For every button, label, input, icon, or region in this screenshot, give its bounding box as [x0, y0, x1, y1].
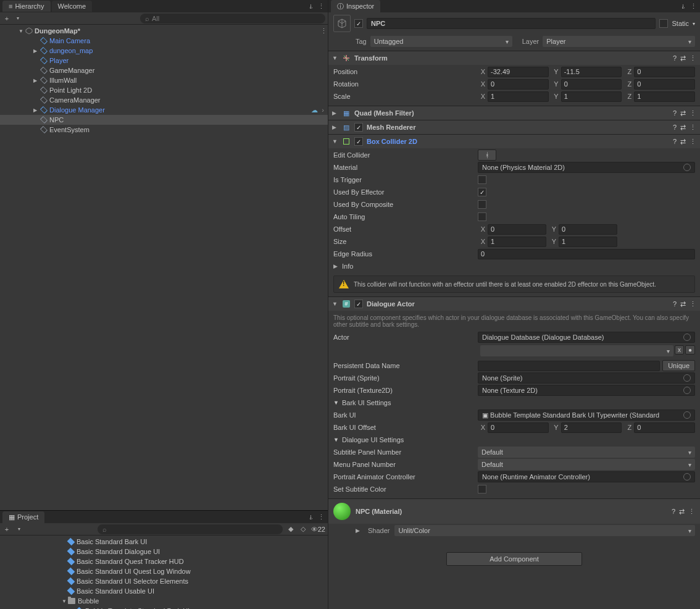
- project-item[interactable]: Basic Standard Usable UI: [0, 586, 328, 596]
- barkoffset-y-field[interactable]: [561, 422, 622, 433]
- pane-lock-icon[interactable]: ⫰: [307, 2, 315, 10]
- preset-icon[interactable]: ⇄: [680, 54, 686, 62]
- setsubcolor-checkbox[interactable]: [478, 485, 486, 494]
- barkui-field[interactable]: ▣ Bubble Template Standard Bark UI Typew…: [478, 410, 695, 421]
- project-item[interactable]: Basic Standard Dialogue UI: [0, 547, 328, 556]
- actor-sub-dropdown[interactable]: [480, 345, 673, 356]
- static-dropdown-icon[interactable]: ▾: [693, 21, 695, 27]
- pane-menu-icon[interactable]: ⋮: [317, 513, 325, 521]
- scale-x-field[interactable]: [488, 91, 549, 102]
- dlguisettings-label[interactable]: Dialogue UI Settings: [342, 436, 404, 443]
- static-checkbox[interactable]: [659, 19, 668, 28]
- welcome-tab[interactable]: Welcome: [52, 1, 93, 12]
- rotation-x-field[interactable]: [488, 79, 549, 90]
- menu-icon[interactable]: ⋮: [688, 508, 695, 516]
- edit-collider-button[interactable]: ᚼ: [478, 149, 496, 161]
- add-button[interactable]: +: [2, 14, 11, 23]
- hierarchy-item[interactable]: Player: [0, 56, 328, 65]
- fold-icon[interactable]: ▼: [333, 437, 340, 443]
- subtitlepanel-dropdown[interactable]: Default: [478, 447, 695, 458]
- hierarchy-search[interactable]: ⌕: [140, 14, 325, 23]
- size-x-field[interactable]: [488, 237, 546, 247]
- preset-icon[interactable]: ⇄: [680, 124, 686, 132]
- fold-icon[interactable]: ▼: [332, 138, 338, 145]
- project-item[interactable]: Basic Standard UI Quest Log Window: [0, 566, 328, 576]
- rotation-y-field[interactable]: [561, 79, 622, 90]
- project-item[interactable]: Bubble Template Standard Bark UI: [0, 606, 328, 609]
- menu-icon[interactable]: ⋮: [690, 54, 696, 62]
- istrigger-checkbox[interactable]: [478, 175, 486, 184]
- preset-icon[interactable]: ⇄: [680, 300, 686, 308]
- scale-z-field[interactable]: [634, 91, 695, 102]
- fold-icon[interactable]: ▼: [332, 301, 338, 307]
- size-y-field[interactable]: [559, 237, 617, 247]
- portraittex-field[interactable]: None (Texture 2D): [478, 385, 695, 396]
- quad-header[interactable]: ▶ ▦ Quad (Mesh Filter) ?⇄⋮: [328, 106, 700, 120]
- position-z-field[interactable]: [634, 67, 695, 77]
- hierarchy-item[interactable]: GameManager: [0, 65, 328, 75]
- hierarchy-tab[interactable]: ≡ Hierarchy: [2, 1, 51, 12]
- boxcollider-enabled-checkbox[interactable]: [354, 137, 363, 146]
- preset-icon[interactable]: ⇄: [680, 109, 686, 117]
- fold-icon[interactable]: ▶: [332, 124, 338, 130]
- fold-icon[interactable]: ▼: [19, 28, 25, 34]
- autotiling-checkbox[interactable]: [478, 212, 486, 221]
- barkoffset-x-field[interactable]: [488, 422, 549, 433]
- pac-field[interactable]: None (Runtime Animator Controller): [478, 471, 695, 482]
- project-search-input[interactable]: [109, 526, 278, 533]
- help-icon[interactable]: ?: [673, 138, 677, 146]
- project-item[interactable]: Basic Standard UI Selector Elements: [0, 576, 328, 586]
- hierarchy-item[interactable]: NPC: [0, 115, 328, 125]
- fold-icon[interactable]: ▶: [356, 527, 363, 534]
- fold-icon[interactable]: ▼: [332, 55, 338, 61]
- hierarchy-item[interactable]: CameraManager: [0, 95, 328, 105]
- menu-icon[interactable]: ⋮: [690, 138, 696, 146]
- hierarchy-item[interactable]: Main Camera: [0, 36, 328, 46]
- add-component-button[interactable]: Add Component: [446, 552, 582, 566]
- help-icon[interactable]: ?: [672, 508, 675, 516]
- help-icon[interactable]: ?: [673, 109, 677, 117]
- help-icon[interactable]: ?: [673, 300, 677, 308]
- unique-button[interactable]: Unique: [662, 360, 695, 371]
- shader-dropdown[interactable]: Unlit/Color: [394, 525, 695, 536]
- meshrenderer-header[interactable]: ▶ ▨ Mesh Renderer ?⇄⋮: [328, 120, 700, 134]
- pane-menu-icon[interactable]: ⋮: [317, 2, 325, 10]
- project-tab[interactable]: ▦ Project: [2, 511, 44, 523]
- enabled-checkbox[interactable]: [354, 19, 363, 28]
- position-x-field[interactable]: [488, 67, 549, 77]
- actor-field[interactable]: Dialogue Database (Dialogue Database): [478, 332, 695, 343]
- add-button[interactable]: +: [2, 525, 11, 534]
- fold-icon[interactable]: ▶: [33, 78, 40, 83]
- pane-menu-icon[interactable]: ⋮: [689, 2, 698, 10]
- info-label[interactable]: Info: [342, 262, 353, 270]
- fold-icon[interactable]: ▼: [333, 400, 340, 406]
- menu-icon[interactable]: ⋮: [690, 300, 696, 308]
- fold-icon[interactable]: ▶: [333, 263, 340, 269]
- barkoffset-z-field[interactable]: [634, 422, 695, 433]
- hierarchy-item[interactable]: ▶IllumWall: [0, 75, 328, 85]
- fold-icon[interactable]: ▶: [332, 110, 338, 116]
- fold-icon[interactable]: ▶: [33, 107, 40, 113]
- portraitsprite-field[interactable]: None (Sprite): [478, 372, 695, 384]
- add-dropdown-icon[interactable]: ▾: [14, 14, 22, 23]
- name-field[interactable]: [367, 18, 656, 29]
- project-search[interactable]: ⌕: [98, 524, 283, 534]
- help-icon[interactable]: ?: [673, 124, 677, 132]
- dialogueactor-enabled-checkbox[interactable]: [354, 300, 363, 308]
- menu-icon[interactable]: ⋮: [690, 124, 696, 132]
- help-icon[interactable]: ?: [673, 54, 677, 62]
- material-header[interactable]: NPC (Material) ?⇄⋮: [328, 498, 700, 524]
- pane-lock-icon[interactable]: ⫰: [307, 513, 315, 521]
- scene-row[interactable]: ▼ DungeonMap* ⋮: [0, 26, 328, 36]
- hierarchy-item[interactable]: EventSystem: [0, 125, 328, 135]
- scene-menu-icon[interactable]: ⋮: [319, 27, 328, 35]
- x-button[interactable]: x: [675, 345, 684, 355]
- menu-icon[interactable]: ⋮: [690, 109, 696, 117]
- project-item[interactable]: Basic Standard Quest Tracker HUD: [0, 556, 328, 566]
- inspector-tab[interactable]: ⓘ Inspector: [331, 0, 380, 13]
- menupanel-dropdown[interactable]: Default: [478, 459, 695, 470]
- usedbyeffector-checkbox[interactable]: [478, 188, 486, 196]
- position-y-field[interactable]: [561, 67, 622, 77]
- hierarchy-item[interactable]: ▶dungeon_map: [0, 46, 328, 56]
- project-item[interactable]: Basic Standard Bark UI: [0, 537, 328, 547]
